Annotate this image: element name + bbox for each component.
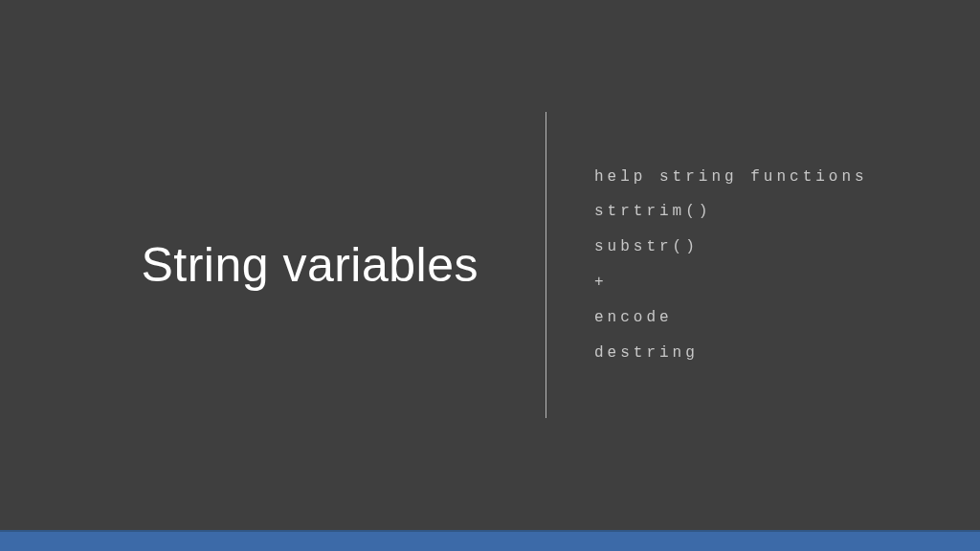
list-item: + [594, 265, 868, 300]
list-item: encode [594, 300, 868, 336]
title-pane: String variables [0, 0, 546, 530]
slide-content: String variables help string functions s… [0, 0, 980, 530]
list-item: destring [594, 336, 868, 371]
code-list: help string functions strtrim() substr()… [594, 160, 868, 371]
slide-title: String variables [141, 237, 479, 293]
list-item: substr() [594, 230, 868, 265]
list-item: strtrim() [594, 194, 868, 230]
list-item: help string functions [594, 160, 868, 195]
bottom-accent-bar [0, 530, 980, 551]
content-pane: help string functions strtrim() substr()… [546, 0, 980, 530]
